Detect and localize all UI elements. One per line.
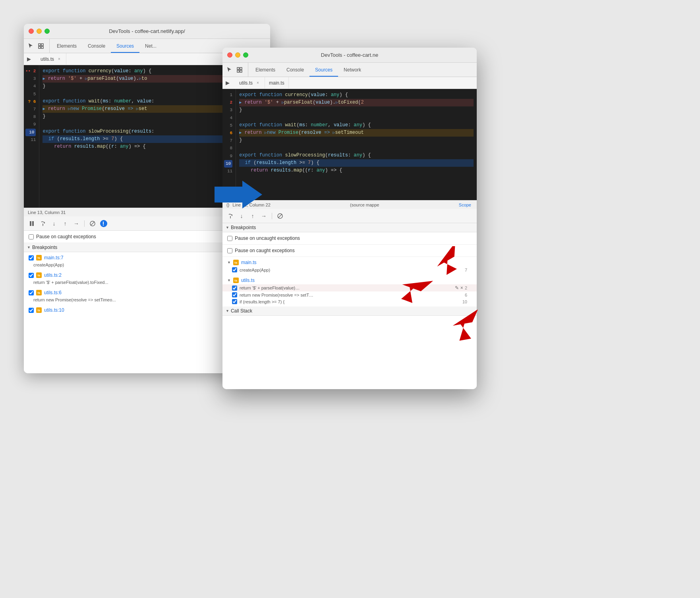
bp-check-utils-1[interactable] <box>232 285 237 291</box>
svg-line-7 <box>91 222 95 226</box>
file-tab-utils[interactable]: utils.ts × <box>37 53 66 65</box>
bp-group-file-utils-2: utils.ts <box>241 278 255 283</box>
continue-btn-2[interactable]: → <box>259 211 269 221</box>
bp-group-checkbox-utils10[interactable] <box>29 308 34 313</box>
bp-group-file-utils6: utils.ts:6 <box>44 290 62 295</box>
svg-rect-2 <box>41 44 43 46</box>
step-into-btn-2[interactable]: ↓ <box>237 211 246 221</box>
ts-file-icon-4: ts <box>36 307 42 313</box>
triangle-callstack: ▼ <box>226 309 229 313</box>
close-file-icon-2[interactable]: × <box>255 80 261 86</box>
bp-group-checkbox-utils6[interactable] <box>29 290 34 295</box>
cursor-position-1: Line 13, Column 31 <box>28 210 66 215</box>
file-tab-utils-2[interactable]: utils.ts × <box>235 77 265 89</box>
step-out-btn-1[interactable]: ↑ <box>60 219 70 228</box>
svg-rect-12 <box>237 68 239 69</box>
bp-check-createapp[interactable] <box>232 267 237 272</box>
svg-rect-0 <box>39 44 41 46</box>
bp-group-file-main-2: main.ts <box>241 260 257 265</box>
bp-group-checkbox-utils2[interactable] <box>29 273 34 278</box>
close-file-icon[interactable]: × <box>56 56 62 62</box>
tab-elements-2[interactable]: Elements <box>250 63 281 77</box>
code-line-2-11: return results.map((r: any) => { <box>239 167 474 174</box>
tab-console-1[interactable]: Console <box>82 39 111 53</box>
continue-btn-1[interactable]: → <box>72 219 81 228</box>
bp-line-utils-3: 10 <box>462 299 467 304</box>
breakpoints-label-1: Breakpoints <box>32 245 57 250</box>
minimize-button-1[interactable] <box>37 29 42 34</box>
tab-sources-1[interactable]: Sources <box>111 39 139 53</box>
pause-uncaught-row: Pause on uncaught exceptions <box>222 232 477 245</box>
pause-caught-checkbox[interactable] <box>227 248 232 253</box>
tab-sources-2[interactable]: Sources <box>309 63 338 77</box>
play-icon-1[interactable]: ▶ <box>25 56 33 63</box>
triangle-icon-2: ▼ <box>226 226 229 230</box>
maximize-button-2[interactable] <box>243 52 248 58</box>
tab-console-2[interactable]: Console <box>281 63 309 77</box>
minimize-button-2[interactable] <box>235 52 240 58</box>
devtools-tabs-2: Elements Console Sources Network <box>222 63 477 77</box>
step-into-btn-1[interactable]: ↓ <box>49 219 59 228</box>
step-over-btn-1[interactable] <box>38 219 48 228</box>
bp-group-file-main: main.ts:7 <box>44 255 64 260</box>
code-line-2-7: } <box>239 137 474 144</box>
svg-marker-20 <box>451 310 483 341</box>
window-title-2: DevTools - coffee-cart.ne <box>321 52 378 58</box>
deactivate-btn-2[interactable] <box>275 211 285 221</box>
cursor-icon[interactable] <box>27 42 34 50</box>
bp-item-text-2: return '$' + parseFloat(value).toFixed..… <box>33 280 108 285</box>
svg-marker-11 <box>215 181 262 208</box>
code-line-2-4 <box>239 114 474 122</box>
tab-network-1[interactable]: Net... <box>139 39 162 53</box>
layers-icon-2[interactable] <box>236 66 243 73</box>
pause-exceptions-label-1: Pause on caught exceptions <box>36 234 96 239</box>
svg-rect-1 <box>39 46 41 48</box>
play-icon-2[interactable]: ▶ <box>224 79 231 87</box>
step-over-btn-2[interactable] <box>226 211 235 221</box>
step-out-btn-2[interactable]: ↑ <box>248 211 257 221</box>
pause-exceptions-checkbox-1[interactable] <box>29 234 34 239</box>
titlebar-1: DevTools - coffee-cart.netlify.app/ <box>24 24 270 39</box>
close-button-1[interactable] <box>29 29 34 34</box>
delete-icon[interactable]: × <box>460 285 463 291</box>
bp-text-createapp: createApp(App) <box>240 268 270 272</box>
line-numbers-1: •• 2 3 4 5 ? 6 7 8 9 10 11 <box>24 65 39 208</box>
bp-item-utils-3: if (results.length >= 7) { 10 <box>222 298 477 305</box>
layers-icon[interactable] <box>37 42 44 50</box>
red-arrow-2 <box>397 274 437 307</box>
call-stack-header[interactable]: ▼ Call Stack <box>222 307 477 316</box>
bp-check-utils-2[interactable] <box>232 292 237 297</box>
deactivate-btn-1[interactable] <box>88 219 97 228</box>
red-arrow-1 <box>433 246 473 280</box>
pause-exceptions-btn-1[interactable] <box>99 219 108 228</box>
tab-network-2[interactable]: Network <box>338 63 367 77</box>
code-line-2-9: export function slowProcessing(results: … <box>239 152 474 159</box>
pause-uncaught-checkbox[interactable] <box>227 236 232 241</box>
devtools-window-2: DevTools - coffee-cart.ne Elements Conso… <box>222 48 477 389</box>
bp-group-checkbox-main[interactable] <box>29 255 34 260</box>
separator-1 <box>84 220 85 227</box>
call-stack-label: Call Stack <box>231 308 252 314</box>
bp-group-utils-2: ▼ ts utils.ts return '$' + parseFloat(va… <box>222 275 477 307</box>
file-tab-main[interactable]: main.ts <box>265 77 289 89</box>
separator-2 <box>272 213 272 219</box>
close-button-2[interactable] <box>227 52 232 58</box>
tab-elements-1[interactable]: Elements <box>51 39 82 53</box>
file-tabs-2: ▶ utils.ts × main.ts <box>222 77 477 89</box>
bp-item-utils-1: return '$' + parseFloat(value)… ✎ × 2 <box>222 284 477 291</box>
bp-text-utils-3: if (results.length >= 7) { <box>240 299 284 304</box>
triangle-main-2: ▼ <box>227 260 231 264</box>
traffic-lights-1 <box>29 29 50 34</box>
bp-check-utils-3[interactable] <box>232 299 237 304</box>
bp-text-utils-1: return '$' + parseFloat(value)… <box>240 285 300 290</box>
code-lines-2: export function currency(value: any) { ▶… <box>236 89 477 200</box>
big-arrow <box>215 179 262 212</box>
source-icons-2: ▶ <box>224 77 234 89</box>
svg-rect-13 <box>237 70 239 72</box>
code-line-2-5: export function wait(ms: number, value: … <box>239 122 474 129</box>
edit-icon[interactable]: ✎ <box>455 285 459 291</box>
breakpoints-header-2[interactable]: ▼ Breakpoints <box>222 223 477 232</box>
maximize-button-1[interactable] <box>44 29 50 34</box>
cursor-icon-2[interactable] <box>226 66 233 73</box>
pause-button-1[interactable] <box>27 219 37 228</box>
